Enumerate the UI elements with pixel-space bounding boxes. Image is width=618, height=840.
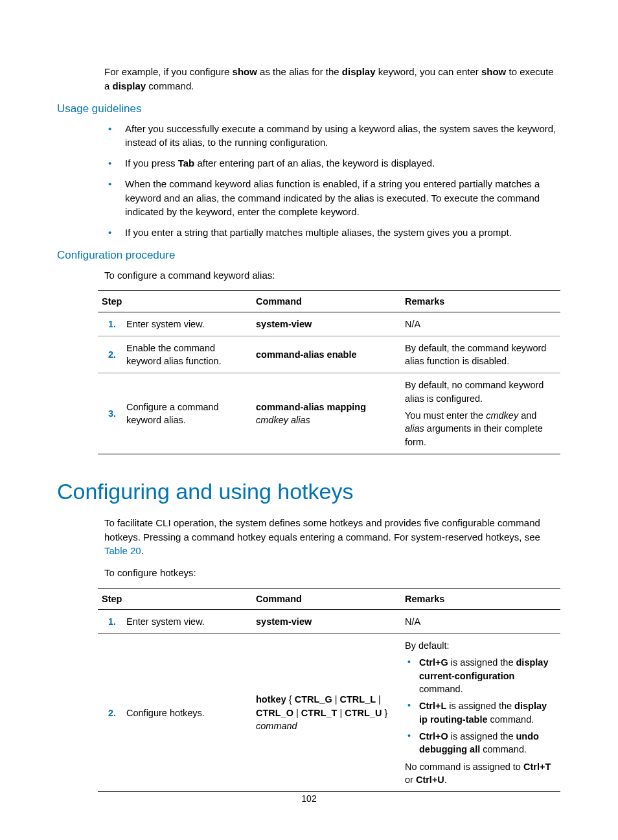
text: After you successfully execute a command… xyxy=(125,123,556,148)
usage-guidelines-list: After you successfully execute a command… xyxy=(57,122,561,240)
step-desc: Configure hotkeys. xyxy=(122,634,252,792)
list-item: When the command keyword alias function … xyxy=(104,177,561,219)
remarks-cell: N/A xyxy=(401,609,560,633)
table-row: 2. Configure hotkeys. hotkey { CTRL_G | … xyxy=(98,634,560,792)
list-item: Ctrl+O is assigned the undo debugging al… xyxy=(405,730,556,756)
configuring-hotkeys-heading: Configuring and using hotkeys xyxy=(57,479,561,504)
cmd: command-alias enable xyxy=(256,349,357,360)
step-number: 2. xyxy=(98,634,122,792)
kw-tab: Tab xyxy=(178,158,195,169)
remarks-cell: By default: Ctrl+G is assigned the displ… xyxy=(401,634,560,792)
page-number: 102 xyxy=(0,793,618,804)
text: By default: xyxy=(405,639,556,652)
th-remarks: Remarks xyxy=(401,588,560,609)
text: You must enter the cmdkey and alias argu… xyxy=(405,409,556,449)
text: When the command keyword alias function … xyxy=(125,178,540,218)
intro-paragraph: For example, if you configure show as th… xyxy=(57,65,561,93)
th-step: Step xyxy=(98,290,252,312)
command-cell: system-view xyxy=(252,609,401,633)
table-row: 1. Enter system view. system-view N/A xyxy=(98,609,560,633)
kw-show: show xyxy=(481,66,506,77)
step-number: 1. xyxy=(98,312,122,336)
text: . xyxy=(141,545,144,556)
arg: cmdkey alias xyxy=(256,415,310,425)
text: keyword, you can enter xyxy=(376,66,481,77)
table-row: 3. Configure a command keyword alias. co… xyxy=(98,373,560,454)
table-row: 1. Enter system view. system-view N/A xyxy=(98,312,560,336)
text: command. xyxy=(146,80,194,91)
text: No command is assigned to Ctrl+T or Ctrl… xyxy=(405,760,556,787)
text: If you press xyxy=(125,158,178,169)
text: as the alias for the xyxy=(257,66,342,77)
th-step: Step xyxy=(98,588,252,609)
step-desc: Enter system view. xyxy=(122,312,252,336)
list-item: Ctrl+L is assigned the display ip routin… xyxy=(405,699,556,726)
cmd: hotkey xyxy=(256,694,286,705)
text: To facilitate CLI operation, the system … xyxy=(104,517,540,542)
list-item: If you enter a string that partially mat… xyxy=(104,226,561,240)
table-20-link[interactable]: Table 20 xyxy=(104,545,141,556)
cmd: system-view xyxy=(256,616,312,627)
list-item: Ctrl+G is assigned the display current-c… xyxy=(405,656,556,695)
configuration-procedure-heading: Configuration procedure xyxy=(57,249,561,262)
table-row: 2. Enable the command keyword alias func… xyxy=(98,336,560,373)
remarks-cell: N/A xyxy=(401,312,560,336)
th-remarks: Remarks xyxy=(401,290,560,312)
step-desc: Configure a command keyword alias. xyxy=(122,373,252,454)
remarks-cell: By default, no command keyword alias is … xyxy=(401,373,560,454)
config-intro: To configure a command keyword alias: xyxy=(57,268,561,283)
hotkeys-intro: To facilitate CLI operation, the system … xyxy=(57,516,561,558)
th-command: Command xyxy=(252,588,401,609)
cmd: command-alias mapping xyxy=(256,402,366,412)
text: By default, no command keyword alias is … xyxy=(405,379,556,405)
defaults-list: Ctrl+G is assigned the display current-c… xyxy=(405,656,556,756)
step-number: 1. xyxy=(98,609,122,633)
kw-display: display xyxy=(342,66,376,77)
step-desc: Enable the command keyword alias functio… xyxy=(122,336,252,373)
hotkeys-config-table: Step Command Remarks 1. Enter system vie… xyxy=(98,588,560,792)
list-item: After you successfully execute a command… xyxy=(104,122,561,150)
usage-guidelines-heading: Usage guidelines xyxy=(57,102,561,115)
command-cell: command-alias enable xyxy=(252,336,401,373)
list-item: If you press Tab after entering part of … xyxy=(104,156,561,170)
command-cell: command-alias mapping cmdkey alias xyxy=(252,373,401,454)
hotkeys-config-intro: To configure hotkeys: xyxy=(57,566,561,580)
th-command: Command xyxy=(252,290,401,312)
step-desc: Enter system view. xyxy=(122,609,252,633)
command-cell: hotkey { CTRL_G | CTRL_L | CTRL_O | CTRL… xyxy=(252,634,401,792)
step-number: 3. xyxy=(98,373,122,454)
alias-config-table: Step Command Remarks 1. Enter system vie… xyxy=(98,290,560,454)
step-number: 2. xyxy=(98,336,122,373)
text: after entering part of an alias, the key… xyxy=(194,158,435,169)
text: If you enter a string that partially mat… xyxy=(125,227,512,238)
kw-display: display xyxy=(113,80,146,91)
cmd: system-view xyxy=(256,319,312,329)
text: For example, if you configure xyxy=(104,66,233,77)
command-cell: system-view xyxy=(252,312,401,336)
kw-show: show xyxy=(233,66,257,77)
remarks-cell: By default, the command keyword alias fu… xyxy=(401,336,560,373)
